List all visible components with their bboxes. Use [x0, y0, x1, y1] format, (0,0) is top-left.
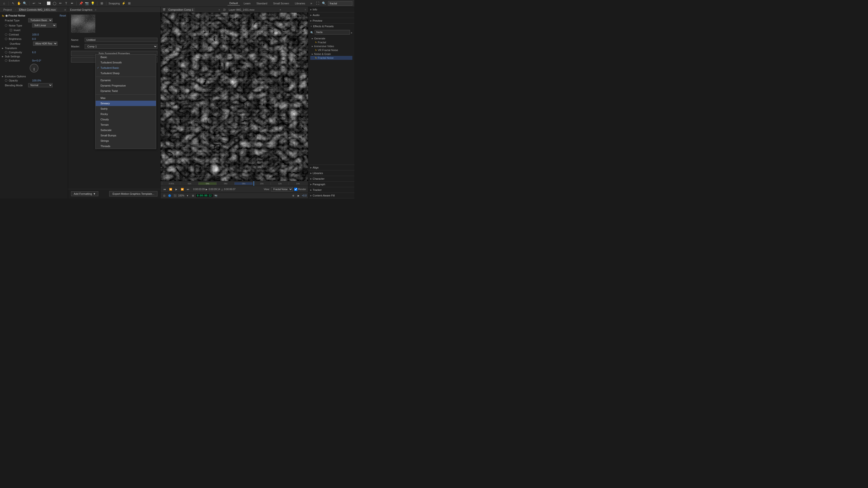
- tree-generate-folder[interactable]: ▶ Generate: [310, 36, 352, 40]
- select-tool[interactable]: ⬜: [46, 1, 51, 6]
- clear-search-icon[interactable]: ×: [351, 31, 352, 34]
- play-end-icon[interactable]: ⏭: [186, 187, 190, 192]
- content-aware-fill-header[interactable]: ▶ Content-Aware Fill: [308, 193, 354, 198]
- render-checkbox[interactable]: [294, 188, 297, 191]
- dropdown-item-terrain[interactable]: Terrain: [96, 122, 156, 127]
- tab-standard[interactable]: Standard: [254, 1, 269, 5]
- camera-tool[interactable]: 📷: [85, 1, 89, 6]
- frame-time-display[interactable]: 0:00:08:12: [196, 194, 213, 197]
- redo-icon[interactable]: ↪: [37, 1, 42, 6]
- close-layer[interactable]: ×: [280, 8, 281, 11]
- grid-btn[interactable]: ⊞: [191, 194, 195, 198]
- dropdown-item-dynamic-progressive[interactable]: Dynamic Progressive: [96, 83, 156, 88]
- comp-icon3[interactable]: ⬛: [173, 194, 177, 198]
- align-tool[interactable]: ⊞: [99, 1, 104, 6]
- comp-icon1[interactable]: ⊡: [162, 194, 166, 198]
- play-icon[interactable]: ⏮: [162, 187, 167, 192]
- dropdown-item-turbulent-sharp[interactable]: Turbulent Sharp: [96, 70, 156, 76]
- transform-section[interactable]: ▶ Transform: [1, 46, 67, 50]
- tree-vr-fractal-item[interactable]: fx VR Fractal Noise: [310, 48, 352, 52]
- brightness-value[interactable]: 0.0: [32, 37, 36, 40]
- preview-icon[interactable]: ▶: [297, 194, 301, 198]
- search-input[interactable]: [328, 1, 352, 6]
- evolution-dial[interactable]: [30, 64, 38, 72]
- move-tool[interactable]: ↖: [11, 1, 15, 6]
- dropdown-item-subscale[interactable]: Subscale: [96, 127, 156, 133]
- dropdown-item-max[interactable]: Max: [96, 95, 156, 101]
- pen-tool[interactable]: ✒: [70, 1, 74, 6]
- preview-header[interactable]: ▶ Preview: [308, 18, 354, 23]
- dropdown-item-dynamic-twist[interactable]: Dynamic Twist: [96, 88, 156, 94]
- tree-fractal-item[interactable]: fx Fractal: [310, 40, 352, 44]
- sub-settings-section[interactable]: ▶ Sub Settings: [1, 55, 67, 58]
- character-header[interactable]: ▶ Character: [308, 176, 354, 182]
- pin-tool[interactable]: 📌: [79, 1, 83, 6]
- dropdown-item-turbulent-smooth[interactable]: Turbulent Smooth: [96, 60, 156, 65]
- home-icon[interactable]: ⌂: [2, 1, 6, 6]
- export-template-button[interactable]: Export Motion Graphics Template...: [109, 191, 157, 196]
- step-back-icon[interactable]: ⏪: [168, 187, 173, 192]
- evolution-value[interactable]: 0x+0.0°: [32, 59, 41, 62]
- contrast-value[interactable]: 100.0: [32, 33, 39, 36]
- comp-menu-icon[interactable]: ≡: [305, 8, 306, 11]
- effects-presets-header[interactable]: ▼ Effects & Presets: [308, 24, 354, 29]
- invert-checkbox[interactable]: [10, 29, 12, 31]
- light-tool[interactable]: 💡: [91, 1, 95, 6]
- undo-icon[interactable]: ↩: [32, 1, 36, 6]
- overflow-select[interactable]: Allow HDR Results: [33, 41, 57, 46]
- channel-icon[interactable]: ⊕: [291, 194, 296, 198]
- tracker-header[interactable]: ▶ Tracker: [308, 187, 354, 193]
- dropdown-item-swirly[interactable]: Swirly: [96, 106, 156, 111]
- dropdown-item-basic[interactable]: Basic: [96, 55, 156, 60]
- tab-libraries[interactable]: Libraries: [293, 1, 307, 5]
- fullscreen-icon[interactable]: ⛶: [315, 1, 320, 6]
- right-resize-handle[interactable]: [353, 0, 354, 198]
- blending-mode-select[interactable]: Normal: [28, 83, 53, 87]
- tab-small-screen[interactable]: Small Screen: [271, 1, 291, 5]
- tab-project[interactable]: Project: [2, 8, 13, 12]
- close-effect-controls[interactable]: ≡: [64, 8, 66, 11]
- tree-fractal-noise-item[interactable]: fx Fractal Noise: [310, 56, 352, 60]
- grid-toggle[interactable]: ⊞: [127, 1, 132, 6]
- dropdown-item-rocky[interactable]: Rocky: [96, 111, 156, 117]
- zoom-dropdown[interactable]: ▼: [185, 194, 190, 198]
- zoom-tool[interactable]: 🔍: [23, 1, 27, 6]
- tree-immersive-folder[interactable]: ▶ Immersive Video: [310, 44, 352, 48]
- dropdown-item-strings[interactable]: Strings: [96, 138, 156, 143]
- add-formatting-button[interactable]: Add Formatting ▼: [71, 191, 98, 196]
- paragraph-header[interactable]: ▶ Paragraph: [308, 182, 354, 187]
- expand-icon[interactable]: »: [309, 1, 313, 6]
- step-fwd-icon[interactable]: ⏩: [180, 187, 184, 192]
- dropdown-item-turbulent-basic[interactable]: Turbulent Basic: [96, 65, 156, 70]
- tab-learn[interactable]: Learn: [242, 1, 253, 5]
- hand-tool[interactable]: ✋: [17, 1, 21, 6]
- tab-effect-controls[interactable]: Effect Controls IMG_1431.mov: [18, 8, 57, 12]
- tab-layer[interactable]: Layer IMG_1431.mov: [227, 8, 256, 12]
- view-select[interactable]: Fractal Noise: [271, 187, 293, 191]
- opacity-value[interactable]: 100.0%: [32, 79, 41, 82]
- evolution-options-section[interactable]: ▶ Evolution Options: [1, 74, 67, 78]
- tree-noise-grain-folder[interactable]: ▶ Noise & Grain: [310, 52, 352, 56]
- name-input[interactable]: [85, 38, 157, 42]
- info-header[interactable]: ▶ Info: [308, 7, 354, 12]
- align-header[interactable]: ▶ Align: [308, 165, 354, 170]
- zoom-display[interactable]: 100%: [178, 194, 184, 197]
- text-tool[interactable]: T: [64, 1, 68, 6]
- reset-button[interactable]: Reset: [60, 14, 66, 17]
- tab-default[interactable]: Default: [227, 1, 240, 6]
- eg-menu-icon[interactable]: ≡: [95, 8, 96, 11]
- libraries-header[interactable]: ▶ Libraries: [308, 170, 354, 176]
- snapping-toggle[interactable]: ⚡: [121, 1, 126, 6]
- fractal-type-select[interactable]: Turbulent Basic: [28, 18, 53, 22]
- search-toggle-icon[interactable]: 🔍: [322, 1, 326, 6]
- complexity-value[interactable]: 6.0: [32, 51, 36, 54]
- comp-icon2[interactable]: 🔵: [167, 194, 172, 198]
- dropdown-item-threads[interactable]: Threads: [96, 143, 156, 149]
- tab-comp1[interactable]: Composition Comp 1: [167, 8, 195, 12]
- dropdown-item-small-bumps[interactable]: Small Bumps: [96, 133, 156, 138]
- roto-tool[interactable]: ◯: [52, 1, 57, 6]
- master-select[interactable]: Comp 1: [85, 44, 157, 49]
- effects-search-input[interactable]: [315, 30, 350, 35]
- close-comp1[interactable]: ×: [219, 8, 220, 11]
- noise-type-select[interactable]: Soft Linear: [32, 23, 57, 28]
